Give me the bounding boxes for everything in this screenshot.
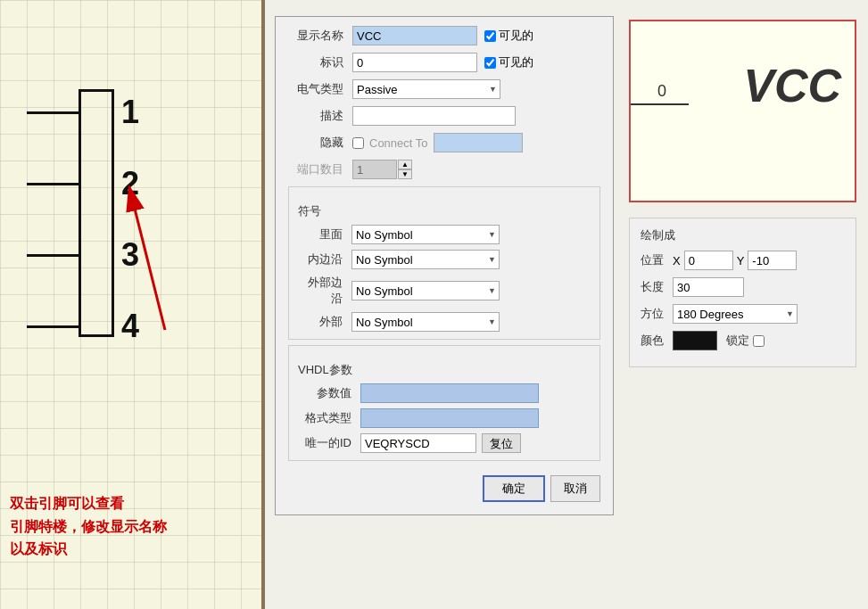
vhdl-uid-label: 唯一的ID <box>298 435 360 451</box>
vhdl-format-type-label: 格式类型 <box>298 410 360 426</box>
pin-line-1 <box>27 111 79 114</box>
draw-length-input[interactable] <box>673 277 744 297</box>
symbol-outer-edge-select[interactable]: No SymbolDotClock <box>351 281 500 300</box>
symbol-section: 符号 里面 No SymbolDotClock 内边沿 No SymbolDot… <box>288 186 600 340</box>
symbol-outer-select[interactable]: No SymbolDotClock <box>351 312 500 332</box>
symbol-inner-edge-row: 内边沿 No SymbolDotClock <box>298 250 591 269</box>
schematic-panel: 1 2 3 4 双击引脚可以查看引脚特楼，修改显示名称以及标识 <box>0 0 263 609</box>
vhdl-format-type-input[interactable] <box>360 408 539 428</box>
draw-length-row: 长度 <box>641 277 845 297</box>
ok-button[interactable]: 确定 <box>483 475 545 502</box>
annotation-text: 双击引脚可以查看引脚特楼，修改显示名称以及标识 <box>10 492 195 561</box>
hide-row: 隐藏 Connect To <box>288 133 600 152</box>
draw-direction-select-wrapper[interactable]: 0 Degrees 90 Degrees 180 Degrees 270 Deg… <box>673 304 798 324</box>
vcc-preview-box: 0 VCC <box>629 20 856 202</box>
id-row: 标识 可见的 <box>288 53 600 72</box>
symbol-outer-select-wrapper[interactable]: No SymbolDotClock <box>351 312 500 332</box>
draw-color-swatch[interactable] <box>673 331 717 350</box>
draw-position-label: 位置 <box>641 252 673 268</box>
draw-panel: 绘制成 位置 X Y 长度 方位 0 Degrees 90 Degrees 18… <box>629 218 856 367</box>
id-input[interactable] <box>352 53 477 72</box>
vcc-preview-line <box>631 103 689 105</box>
connect-to-input[interactable] <box>434 133 523 152</box>
draw-length-label: 长度 <box>641 279 673 295</box>
dialog-buttons: 确定 取消 <box>483 475 600 502</box>
symbol-inside-select[interactable]: No SymbolDotClock <box>351 225 500 244</box>
id-label: 标识 <box>288 54 352 70</box>
vhdl-uid-row: 唯一的ID 复位 <box>298 433 591 453</box>
connect-to-label: Connect To <box>369 136 428 150</box>
draw-y-label: Y <box>737 254 745 267</box>
cancel-button[interactable]: 取消 <box>550 475 600 502</box>
display-name-label: 显示名称 <box>288 28 352 44</box>
draw-x-label: X <box>673 254 681 267</box>
symbol-outer-edge-label: 外部边沿 <box>298 275 351 307</box>
symbol-inside-label: 里面 <box>298 226 351 243</box>
draw-panel-title: 绘制成 <box>641 227 845 243</box>
pin-vertical-box <box>79 89 114 337</box>
display-name-input[interactable] <box>352 26 477 45</box>
id-visible-checkbox[interactable] <box>484 57 496 69</box>
vcc-zero-label: 0 <box>657 82 666 101</box>
port-count-label: 端口数目 <box>288 161 352 177</box>
symbol-inner-edge-select[interactable]: No SymbolDotClock <box>351 250 500 269</box>
symbol-inner-edge-label: 内边沿 <box>298 251 351 267</box>
vhdl-section: VHDL参数 参数值 格式类型 唯一的ID 复位 <box>288 345 600 461</box>
vhdl-format-type-row: 格式类型 <box>298 408 591 428</box>
electric-type-label: 电气类型 <box>288 81 352 97</box>
vhdl-param-value-input[interactable] <box>360 383 539 403</box>
panel-divider <box>261 0 265 609</box>
symbol-inside-row: 里面 No SymbolDotClock <box>298 225 591 244</box>
port-count-row: 端口数目 ▲ ▼ <box>288 160 600 179</box>
symbol-outer-label: 外部 <box>298 314 351 330</box>
pin-properties-dialog: 显示名称 可见的 标识 可见的 电气类型 Passive Input Outpu… <box>275 16 614 515</box>
display-name-visible-label: 可见的 <box>484 28 533 44</box>
vhdl-reset-button[interactable]: 复位 <box>482 433 521 453</box>
symbol-section-title: 符号 <box>298 203 591 219</box>
draw-lock-label: 锁定 <box>726 333 749 349</box>
vhdl-param-value-label: 参数值 <box>298 385 360 401</box>
display-name-visible-checkbox[interactable] <box>484 30 496 42</box>
draw-x-input[interactable] <box>684 251 733 270</box>
electric-type-row: 电气类型 Passive Input Output Bidirectional <box>288 79 600 99</box>
hide-checkbox[interactable] <box>352 137 364 149</box>
draw-color-label: 颜色 <box>641 333 673 349</box>
desc-row: 描述 <box>288 106 600 126</box>
pin-number-1: 1 <box>121 94 139 131</box>
electric-type-select-wrapper[interactable]: Passive Input Output Bidirectional <box>352 79 500 99</box>
vhdl-param-value-row: 参数值 <box>298 383 591 403</box>
draw-direction-select[interactable]: 0 Degrees 90 Degrees 180 Degrees 270 Deg… <box>673 304 798 324</box>
red-arrow-icon <box>112 160 192 339</box>
id-visible-label: 可见的 <box>484 54 533 70</box>
pin-line-4 <box>27 325 79 328</box>
hide-label: 隐藏 <box>288 135 352 151</box>
port-count-spinner[interactable]: ▲ ▼ <box>398 160 412 179</box>
vhdl-section-title: VHDL参数 <box>298 362 591 378</box>
pin-line-2 <box>27 183 79 185</box>
port-count-down[interactable]: ▼ <box>398 169 412 179</box>
vhdl-uid-input[interactable] <box>360 433 476 453</box>
symbol-inner-edge-select-wrapper[interactable]: No SymbolDotClock <box>351 250 500 269</box>
draw-direction-label: 方位 <box>641 306 673 322</box>
draw-color-row: 颜色 锁定 <box>641 331 845 350</box>
electric-type-select[interactable]: Passive Input Output Bidirectional <box>352 79 500 99</box>
draw-lock-checkbox[interactable] <box>753 335 765 347</box>
port-count-input[interactable] <box>352 160 397 179</box>
symbol-outer-edge-select-wrapper[interactable]: No SymbolDotClock <box>351 281 500 300</box>
pin-line-3 <box>27 254 79 257</box>
symbol-outer-row: 外部 No SymbolDotClock <box>298 312 591 332</box>
annotation-box: 双击引脚可以查看引脚特楼，修改显示名称以及标识 <box>4 489 201 564</box>
draw-position-row: 位置 X Y <box>641 251 845 270</box>
symbol-inside-select-wrapper[interactable]: No SymbolDotClock <box>351 225 500 244</box>
display-name-row: 显示名称 可见的 <box>288 26 600 45</box>
desc-label: 描述 <box>288 108 352 124</box>
symbol-outer-edge-row: 外部边沿 No SymbolDotClock <box>298 275 591 307</box>
desc-input[interactable] <box>352 106 516 126</box>
port-count-up[interactable]: ▲ <box>398 160 412 169</box>
svg-line-1 <box>129 187 165 330</box>
vcc-text-label: VCC <box>743 59 841 112</box>
draw-y-input[interactable] <box>748 251 797 270</box>
draw-direction-row: 方位 0 Degrees 90 Degrees 180 Degrees 270 … <box>641 304 845 324</box>
